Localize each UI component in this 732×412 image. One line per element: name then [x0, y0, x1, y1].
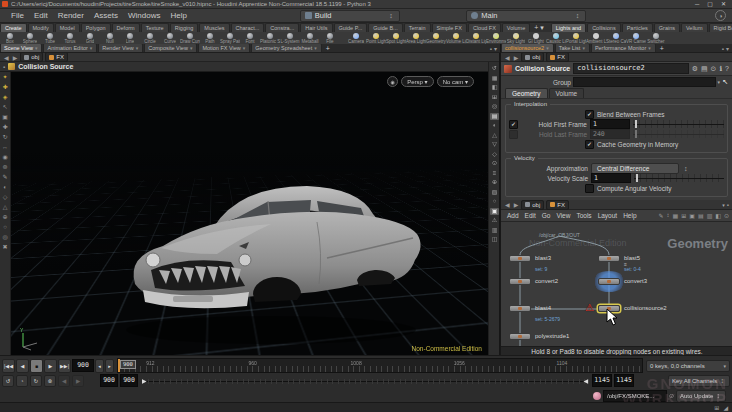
playback-range-start-field[interactable]: 900	[120, 374, 138, 387]
shelf-tab[interactable]: Muscles	[199, 23, 229, 32]
node-body[interactable]	[598, 255, 620, 262]
network-toolbar-icon[interactable]: ▤	[698, 212, 704, 219]
shelf-tab[interactable]: Particles	[622, 23, 653, 32]
shelf-tab[interactable]: Simple FX	[432, 23, 467, 32]
menu-item[interactable]: File	[6, 11, 29, 20]
shelf-tool[interactable]: Area Light	[406, 32, 426, 44]
shelf-tool[interactable]: VR Camera	[626, 32, 646, 44]
pin-icon[interactable]: ▪	[3, 64, 5, 70]
compute-angular-checkbox[interactable]	[585, 184, 594, 193]
pane-tab[interactable]: collisionsource2▾	[501, 44, 554, 52]
pane-tab-dropdown-icon[interactable]: ▾	[190, 45, 193, 51]
shelf-tool[interactable]: Environment Light	[486, 32, 506, 44]
tool-icon[interactable]: ▣	[2, 114, 8, 121]
tool-icon[interactable]: ↻	[2, 134, 7, 141]
display-option-icon[interactable]: ▤	[490, 113, 499, 120]
snapshot-icon[interactable]: ◉	[387, 76, 398, 87]
pane-tab-dropdown-icon[interactable]: ▾	[90, 45, 93, 51]
tool-icon[interactable]: ↔	[2, 144, 8, 151]
menu-item[interactable]: Render	[53, 11, 89, 20]
hold-last-checkbox[interactable]	[509, 130, 518, 139]
shelf-tool[interactable]: Volume Light	[446, 32, 466, 44]
desktop-selector[interactable]: Build ↕	[300, 10, 400, 22]
group-input[interactable]	[573, 77, 716, 87]
hold-first-slider[interactable]	[633, 120, 724, 128]
resize-grip-icon[interactable]: ◢	[723, 404, 728, 411]
display-option-icon[interactable]: ⊞	[490, 94, 499, 101]
pane-tab[interactable]: Scene View▾	[0, 44, 42, 52]
playback-option-button[interactable]: ↻	[30, 375, 42, 387]
param-header-icon[interactable]: ℹ	[719, 65, 722, 73]
forward-icon[interactable]: ▶	[12, 54, 19, 61]
pane-tab-dropdown-icon[interactable]: ▾	[35, 45, 38, 51]
shelf-tool[interactable]: Tube	[40, 32, 60, 44]
persp-view-selector[interactable]: Persp ▾	[401, 76, 433, 87]
shelf-tab[interactable]: Guide P...	[334, 23, 368, 32]
shelf-tool[interactable]: Point Light	[366, 32, 386, 44]
shelf-tool[interactable]: Line	[120, 32, 140, 44]
scene-viewport[interactable]: ◉ Persp ▾ No cam ▾ Y Non-Commercial Edit…	[11, 72, 488, 355]
scene-selector[interactable]: Main ↕	[466, 10, 586, 22]
pane-split-icon[interactable]: ▪	[490, 46, 492, 52]
network-menu-item[interactable]: Add	[504, 212, 522, 219]
display-option-icon[interactable]: ▥	[490, 227, 499, 234]
minimize-button[interactable]: ─	[695, 0, 699, 8]
shelf-tab[interactable]: Volume	[502, 23, 530, 32]
network-canvas[interactable]: Non-Commercial Edition Geometry /obj/car…	[501, 232, 732, 346]
back-icon[interactable]: ◀	[504, 201, 511, 208]
network-toolbar-icon[interactable]: ▣	[689, 212, 695, 219]
tool-icon[interactable]: ◈	[3, 94, 8, 101]
node-body[interactable]	[509, 255, 531, 262]
shelf-tool[interactable]: File	[320, 32, 340, 44]
shelf-tab[interactable]: Deform	[112, 23, 140, 32]
tool-icon[interactable]: ◇	[3, 194, 8, 201]
shelf-tool[interactable]: Ambient Light	[586, 32, 606, 44]
shelf-tool[interactable]: Platonic Solids	[260, 32, 280, 44]
pane-tab[interactable]: Composite View▾	[144, 44, 197, 52]
pane-menu-icon[interactable]: ▾	[494, 45, 497, 52]
network-toolbar-icon[interactable]: ⊞	[681, 212, 686, 219]
network-toolbar-icon[interactable]: ⊙	[724, 212, 729, 219]
timeline-ruler[interactable]: 912960100810561104 900	[117, 358, 643, 373]
shelf-add-tab-button[interactable]: + ▾	[531, 24, 547, 32]
back-icon[interactable]: ◀	[504, 54, 511, 61]
scene-spinner-icon[interactable]: ↕	[574, 12, 582, 19]
display-option-icon[interactable]: ○	[490, 198, 499, 205]
playback-option-button[interactable]: ◔	[16, 375, 28, 387]
display-option-icon[interactable]: ◐	[490, 122, 499, 129]
tool-icon[interactable]: ↖	[2, 104, 7, 111]
shelf-tab[interactable]: Rigging	[170, 23, 199, 32]
tool-icon[interactable]: ⊚	[2, 164, 7, 171]
velocity-scale-field[interactable]: 1	[591, 173, 631, 183]
path-root-chip[interactable]: obj	[521, 53, 544, 62]
display-option-icon[interactable]: ⚠	[490, 217, 499, 224]
tool-icon[interactable]: ✎	[2, 174, 7, 181]
display-option-icon[interactable]: ▣	[490, 208, 499, 215]
display-option-icon[interactable]: ▽	[490, 141, 499, 148]
shelf-tool[interactable]: Camera	[346, 32, 366, 44]
shelf-tool[interactable]: Metaball	[300, 32, 320, 44]
shelf-tab[interactable]: Constra...	[265, 23, 299, 32]
hold-first-checkbox[interactable]	[509, 120, 518, 129]
cache-checkbox[interactable]	[585, 140, 594, 149]
forward-icon[interactable]: ▶	[513, 201, 520, 208]
shelf-tab[interactable]: Rigid Bodies	[709, 23, 732, 32]
shelf-tool[interactable]: Grid	[80, 32, 100, 44]
shelf-tool[interactable]: Sky Light	[506, 32, 526, 44]
shelf-tab[interactable]: Create	[0, 23, 27, 32]
tool-icon[interactable]: ✚	[2, 124, 7, 131]
pane-menu-icon[interactable]: ▾	[726, 45, 729, 52]
param-folder-tab[interactable]: Volume	[549, 88, 585, 98]
transport-button[interactable]: ◀	[16, 359, 29, 373]
tool-icon[interactable]: ✦	[2, 74, 7, 81]
shelf-tool[interactable]: Spot Light	[386, 32, 406, 44]
playhead-flag[interactable]: 900	[120, 360, 136, 369]
param-header-icon[interactable]: ▤	[701, 65, 708, 73]
car-model[interactable]	[121, 162, 431, 352]
node-body[interactable]	[509, 333, 531, 340]
shelf-tool[interactable]: Sphere	[20, 32, 40, 44]
node-body[interactable]	[509, 305, 531, 312]
approximation-dropdown[interactable]: Central Difference	[591, 163, 679, 174]
shelf-tool[interactable]: Path	[200, 32, 220, 44]
blend-checkbox[interactable]	[585, 110, 594, 119]
